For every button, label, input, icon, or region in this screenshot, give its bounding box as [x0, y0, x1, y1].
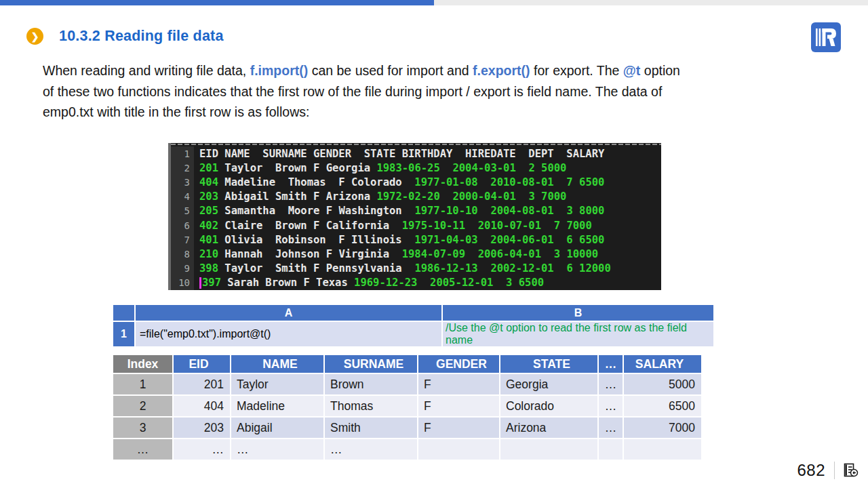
chevron-glyph: ❯ — [31, 32, 39, 41]
terminal-line: 1EID NAME SURNAME GENDER STATE BIRTHDAY … — [171, 146, 661, 161]
terminal-code: 397 Sarah Brown F Texas 1969-12-23 2005-… — [194, 277, 544, 289]
line-number: 10 — [171, 276, 194, 290]
table-cell: 5000 — [624, 374, 701, 394]
table-cell: Abigail — [231, 418, 323, 438]
line-number: 1 — [171, 146, 194, 161]
result-column-header: … — [599, 355, 623, 373]
intro-line: of these two functions indicates that th… — [43, 81, 823, 102]
text-cursor — [199, 277, 201, 289]
table-row: ………… — [113, 439, 701, 460]
terminal-code: 205 Samantha Moore F Washington 1977-10-… — [194, 205, 604, 217]
document-back-icon — [842, 462, 859, 479]
table-cell: … — [599, 374, 623, 394]
table-cell: Taylor — [231, 374, 323, 394]
table-cell: … — [599, 396, 623, 416]
spreadsheet-corner-cell — [113, 305, 134, 321]
section-title-row: ❯ 10.3.2 Reading file data — [26, 28, 224, 45]
footer: 682 — [797, 461, 859, 480]
terminal-code: 201 Taylor Brown F Georgia 1983-06-25 20… — [194, 162, 566, 174]
table-cell: … — [174, 439, 230, 460]
result-column-header: GENDER — [418, 355, 499, 373]
table-cell: 7000 — [624, 418, 701, 438]
result-table-header-row: IndexEIDNAMESURNAMEGENDERSTATE…SALARY — [113, 355, 701, 373]
line-number: 8 — [171, 247, 194, 261]
result-column-header: EID — [174, 355, 230, 373]
terminal-line: 7401 Olivia Robinson F Illinois 1971-04-… — [171, 232, 661, 247]
terminal-screenshot: 1EID NAME SURNAME GENDER STATE BIRTHDAY … — [168, 143, 661, 290]
table-cell: … — [325, 439, 417, 460]
index-cell: 2 — [113, 396, 172, 416]
terminal-code: 401 Olivia Robinson F Illinois 1971-04-0… — [194, 234, 604, 246]
table-row: 1201TaylorBrownFGeorgia…5000 — [113, 374, 701, 394]
line-number: 2 — [171, 161, 194, 175]
table-cell: 203 — [174, 418, 230, 438]
result-column-header: NAME — [231, 355, 323, 373]
intro-text: emp0.txt with title in the first row is … — [43, 104, 309, 119]
intro-text: When reading and writing file data, — [43, 63, 250, 78]
line-number: 6 — [171, 218, 194, 232]
table-cell: Brown — [325, 374, 417, 394]
table-row: 2404MadelineThomasFColorado…6500 — [113, 396, 701, 416]
inline-code: @t — [623, 63, 641, 78]
intro-text: option — [640, 63, 680, 78]
intro-text: can be used for import and — [308, 63, 473, 78]
terminal-line: 5205 Samantha Moore F Washington 1977-10… — [171, 204, 661, 218]
line-number: 5 — [171, 204, 194, 218]
raqsoft-logo-icon — [811, 22, 841, 52]
terminal-code: 404 Madeline Thomas F Colorado 1977-01-0… — [194, 176, 604, 188]
intro-text: of these two functions indicates that th… — [43, 84, 662, 99]
spreadsheet-column-b-header: B — [443, 305, 713, 321]
result-column-header: STATE — [500, 355, 597, 373]
table-cell: F — [418, 418, 499, 438]
spreadsheet-column-a-header: A — [136, 305, 441, 321]
terminal-line: 9398 Taylor Smith F Pennsylvania 1986-12… — [171, 262, 661, 276]
spreadsheet-row-1: 1 =file("emp0.txt").import@t() /Use the … — [113, 322, 713, 346]
result-column-header: Index — [113, 355, 172, 373]
page-title: 10.3.2 Reading file data — [59, 28, 224, 45]
intro-paragraph: When reading and writing file data, f.im… — [43, 60, 823, 123]
table-cell: Thomas — [325, 396, 417, 416]
table-cell — [418, 439, 499, 460]
table-cell: 201 — [174, 374, 230, 394]
terminal-code: 402 Claire Brown F California 1975-10-11… — [194, 220, 592, 232]
table-cell: Madeline — [231, 396, 323, 416]
table-cell: Smith — [325, 418, 417, 438]
intro-text: for export. The — [530, 63, 623, 78]
index-cell: 3 — [113, 418, 172, 438]
table-cell: F — [418, 374, 499, 394]
inline-code: f.export() — [473, 63, 530, 78]
table-cell — [624, 439, 701, 460]
terminal-line: 10397 Sarah Brown F Texas 1969-12-23 200… — [171, 276, 661, 290]
top-bar — [0, 0, 868, 5]
formula-spreadsheet: A B 1 =file("emp0.txt").import@t() /Use … — [112, 304, 715, 348]
page-number: 682 — [797, 461, 825, 480]
terminal-code: 398 Taylor Smith F Pennsylvania 1986-12-… — [194, 262, 611, 274]
table-cell — [599, 439, 623, 460]
line-number: 9 — [171, 262, 194, 276]
terminal-code: 210 Hannah Johnson F Virginia 1984-07-09… — [194, 248, 598, 260]
table-cell: Colorado — [500, 396, 597, 416]
inline-code: f.import() — [250, 63, 309, 78]
table-cell: … — [599, 418, 623, 438]
result-table: IndexEIDNAMESURNAMEGENDERSTATE…SALARY 12… — [112, 354, 703, 461]
table-cell — [500, 439, 597, 460]
chevron-bullet-icon: ❯ — [26, 28, 43, 45]
result-column-header: SURNAME — [325, 355, 417, 373]
result-column-header: SALARY — [624, 355, 701, 373]
table-cell: … — [231, 439, 323, 460]
intro-line: emp0.txt with title in the first row is … — [43, 102, 823, 123]
index-cell: … — [113, 439, 172, 460]
line-number: 7 — [171, 232, 194, 247]
table-cell: 404 — [174, 396, 230, 416]
table-row: 3203AbigailSmithFArizona…7000 — [113, 418, 701, 438]
index-cell: 1 — [113, 374, 172, 394]
top-bar-accent — [0, 0, 434, 5]
intro-line: When reading and writing file data, f.im… — [43, 60, 823, 81]
line-number: 3 — [171, 175, 194, 189]
table-cell: Georgia — [500, 374, 597, 394]
terminal-line: 6402 Claire Brown F California 1975-10-1… — [171, 218, 661, 232]
slide-page: ❯ 10.3.2 Reading file data When reading … — [0, 0, 868, 488]
line-number: 4 — [171, 190, 194, 204]
comment-cell-b1: /Use the @t option to read the first row… — [443, 322, 713, 346]
table-cell: Arizona — [500, 418, 597, 438]
